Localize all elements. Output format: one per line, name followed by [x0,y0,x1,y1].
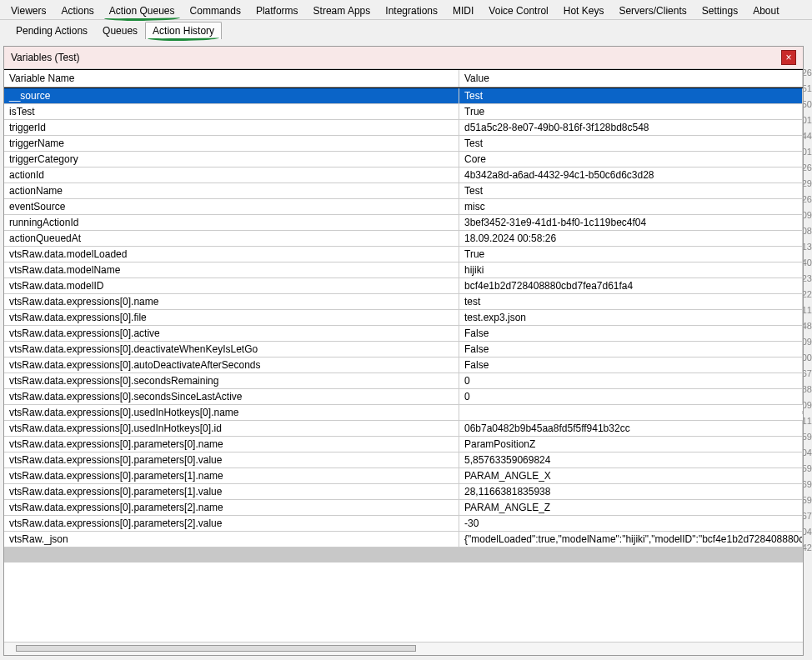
table-row[interactable]: vtsRaw.data.expressions[0].parameters[2]… [4,516,803,532]
close-button[interactable]: × [781,50,796,65]
column-header-value[interactable]: Value [459,70,803,87]
table-row[interactable]: runningActionId3bef3452-31e9-41d1-b4f0-1… [4,215,803,231]
tab-platforms[interactable]: Platforms [248,2,306,19]
tab-viewers[interactable]: Viewers [3,2,53,19]
cell-value: False [459,342,803,357]
cell-value: Test [459,183,803,198]
cell-variable-name: vtsRaw.data.expressions[0].parameters[0]… [4,452,459,468]
table-row[interactable]: vtsRaw.data.expressions[0].parameters[1]… [4,468,803,484]
tab-actions[interactable]: Actions [53,2,101,19]
cell-variable-name: actionId [4,168,459,182]
filler-row [4,548,803,562]
cell-value: {"modelLoaded":true,"modelName":"hijiki"… [459,532,803,547]
cell-value: misc [459,199,803,214]
column-headers: Variable Name Value [4,69,803,88]
cell-variable-name: runningActionId [4,215,459,230]
tab-midi[interactable]: MIDI [445,2,481,19]
cell-value: 18.09.2024 00:58:26 [459,231,803,246]
variables-panel: Variables (Test) × Variable Name Value _… [3,46,804,656]
table-row[interactable]: vtsRaw.data.expressions[0].parameters[0]… [4,437,803,452]
table-row[interactable]: vtsRaw.data.expressions[0].parameters[0]… [4,452,803,468]
cell-value: 0 [459,389,803,404]
tab-voice-control[interactable]: Voice Control [481,2,555,19]
main-tabs: ViewersActionsAction QueuesCommandsPlatf… [0,0,812,20]
panel-title: Variables (Test) [11,52,79,63]
cell-variable-name: vtsRaw.data.expressions[0].usedInHotkeys… [4,405,459,420]
table-row[interactable]: eventSourcemisc [4,199,803,215]
horizontal-scrollbar[interactable] [4,642,803,655]
subtab-pending-actions[interactable]: Pending Actions [8,22,95,39]
cell-value: PARAM_ANGLE_X [459,468,803,483]
cell-value: 06b7a0482b9b45aa8fd5f5ff941b32cc [459,421,803,436]
cell-value: ParamPositionZ [459,437,803,452]
tab-integrations[interactable]: Integrations [378,2,445,19]
cell-variable-name: __source [4,88,459,103]
table-row[interactable]: vtsRaw._json{"modelLoaded":true,"modelNa… [4,532,803,548]
cell-variable-name: vtsRaw.data.expressions[0].usedInHotkeys… [4,421,459,436]
close-icon: × [785,52,791,63]
subtab-queues[interactable]: Queues [95,22,145,39]
cell-value: test.exp3.json [459,310,803,325]
cell-value: 4b342a8d-a6ad-4432-94c1-b50c6d6c3d28 [459,168,803,182]
variables-rows[interactable]: __sourceTestisTestTruetriggerIdd51a5c28-… [4,88,803,642]
scroll-thumb[interactable] [16,645,416,652]
table-row[interactable]: __sourceTest [4,88,803,104]
table-row[interactable]: actionQueuedAt18.09.2024 00:58:26 [4,231,803,247]
cell-variable-name: vtsRaw.data.expressions[0].secondsRemain… [4,373,459,388]
table-row[interactable]: vtsRaw.data.modelNamehijiki [4,262,803,278]
tab-about[interactable]: About [745,2,786,19]
cell-variable-name: vtsRaw.data.expressions[0].parameters[1]… [4,484,459,499]
table-row[interactable]: triggerIdd51a5c28-8e07-49b0-816f-3f128bd… [4,120,803,136]
sub-tabs: Pending ActionsQueuesAction History [0,20,812,39]
cell-value: 3bef3452-31e9-41d1-b4f0-1c119bec4f04 [459,215,803,230]
table-row[interactable]: vtsRaw.data.expressions[0].secondsRemain… [4,373,803,389]
table-row[interactable]: vtsRaw.data.expressions[0].parameters[1]… [4,484,803,500]
table-row[interactable]: vtsRaw.data.expressions[0].filetest.exp3… [4,310,803,326]
cell-value: False [459,358,803,372]
cell-variable-name: vtsRaw.data.expressions[0].name [4,294,459,309]
table-row[interactable]: vtsRaw.data.expressions[0].autoDeactivat… [4,358,803,373]
table-row[interactable]: triggerCategoryCore [4,152,803,168]
cell-variable-name: vtsRaw.data.expressions[0].autoDeactivat… [4,358,459,372]
table-row[interactable]: triggerNameTest [4,136,803,152]
cell-variable-name: vtsRaw.data.expressions[0].parameters[2]… [4,516,459,531]
table-row[interactable]: actionId4b342a8d-a6ad-4432-94c1-b50c6d6c… [4,168,803,183]
cell-variable-name: vtsRaw.data.expressions[0].file [4,310,459,325]
cell-variable-name: triggerCategory [4,152,459,167]
cell-value: d51a5c28-8e07-49b0-816f-3f128bd8c548 [459,120,803,135]
cell-variable-name: triggerId [4,120,459,135]
column-header-name[interactable]: Variable Name [4,70,459,87]
cell-variable-name: vtsRaw.data.modelLoaded [4,247,459,262]
tab-servers-clients[interactable]: Servers/Clients [611,2,694,19]
table-row[interactable]: isTestTrue [4,104,803,120]
tab-commands[interactable]: Commands [183,2,248,19]
cell-value: 28,1166381835938 [459,484,803,499]
cell-variable-name: vtsRaw.data.modelID [4,278,459,293]
subtab-action-history[interactable]: Action History [145,22,222,39]
table-row[interactable]: vtsRaw.data.expressions[0].usedInHotkeys… [4,405,803,421]
cell-variable-name: vtsRaw.data.expressions[0].active [4,326,459,341]
table-row[interactable]: vtsRaw.data.modelIDbcf4e1b2d728408880cbd… [4,278,803,294]
cell-variable-name: vtsRaw.data.expressions[0].parameters[2]… [4,500,459,515]
table-row[interactable]: vtsRaw.data.modelLoadedTrue [4,247,803,262]
tab-settings[interactable]: Settings [694,2,745,19]
cell-variable-name: actionQueuedAt [4,231,459,246]
table-row[interactable]: vtsRaw.data.expressions[0].nametest [4,294,803,310]
cell-value: True [459,104,803,119]
cell-variable-name: vtsRaw.data.modelName [4,262,459,278]
table-row[interactable]: vtsRaw.data.expressions[0].usedInHotkeys… [4,421,803,437]
tab-action-queues[interactable]: Action Queues [102,2,183,19]
table-row[interactable]: actionNameTest [4,183,803,199]
cell-value: True [459,247,803,262]
table-row[interactable]: vtsRaw.data.expressions[0].activeFalse [4,326,803,342]
table-row[interactable]: vtsRaw.data.expressions[0].secondsSinceL… [4,389,803,405]
tab-hot-keys[interactable]: Hot Keys [556,2,612,19]
cell-value: 0 [459,373,803,388]
table-row[interactable]: vtsRaw.data.expressions[0].deactivateWhe… [4,342,803,358]
tab-stream-apps[interactable]: Stream Apps [306,2,378,19]
cell-value: -30 [459,516,803,531]
cell-variable-name: vtsRaw._json [4,532,459,547]
cell-value [459,411,803,414]
table-row[interactable]: vtsRaw.data.expressions[0].parameters[2]… [4,500,803,516]
cell-value: Test [459,136,803,151]
